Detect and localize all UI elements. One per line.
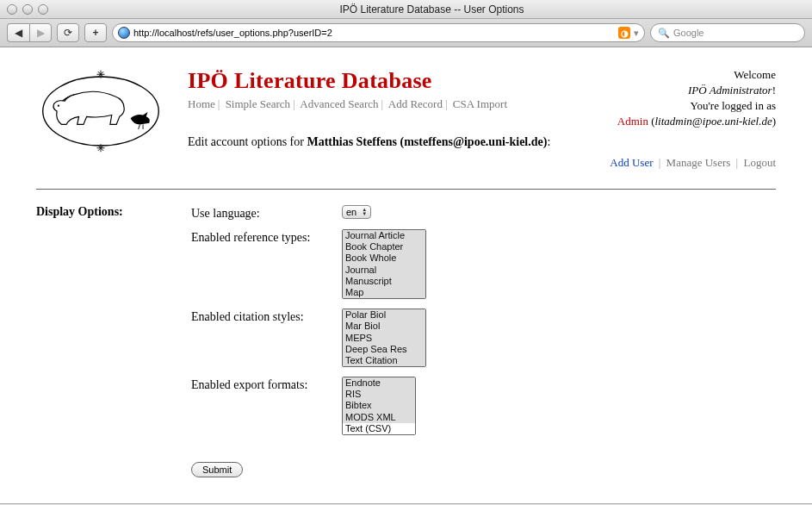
url-text: http://localhost/refs/user_options.php?u…	[133, 28, 615, 38]
browser-search-box[interactable]: 🔍 Google	[650, 23, 805, 42]
export-formats-listbox[interactable]: EndnoteRISBibtexMODS XMLText (CSV)	[342, 377, 416, 435]
zoom-window-button[interactable]	[38, 4, 48, 15]
list-item[interactable]: Book Chapter	[343, 241, 425, 253]
citation-styles-label: Enabled citation styles:	[191, 309, 342, 324]
list-item[interactable]: Journal	[343, 265, 425, 276]
list-item[interactable]: RIS	[343, 389, 415, 400]
url-bar[interactable]: http://localhost/refs/user_options.php?u…	[112, 23, 645, 42]
export-formats-label: Enabled export formats:	[191, 377, 342, 392]
svg-point-9	[58, 105, 59, 107]
forward-button[interactable]: ▶	[29, 23, 52, 42]
welcome-username: IPÖ Administrator	[688, 84, 772, 97]
minimize-window-button[interactable]	[22, 4, 33, 15]
add-user-link[interactable]: Add User	[610, 156, 653, 169]
logged-in-as-line: You're logged in as	[610, 99, 776, 113]
list-item[interactable]: Journal Article	[343, 230, 425, 241]
user-info-block: Welcome IPÖ Administrator! You're logged…	[610, 68, 776, 171]
list-item[interactable]: Mar Biol	[343, 321, 425, 332]
ref-types-label: Enabled reference types:	[191, 229, 342, 245]
site-logo	[36, 68, 165, 154]
list-item[interactable]: Manuscript	[343, 276, 425, 287]
language-select[interactable]: en ▲▼	[342, 205, 371, 219]
section-display-options: Display Options:	[36, 205, 191, 219]
search-placeholder: Google	[673, 28, 704, 38]
back-button[interactable]: ◀	[7, 23, 29, 42]
manage-users-link[interactable]: Manage Users	[666, 156, 731, 169]
list-item[interactable]: Endnote	[343, 377, 415, 389]
list-item[interactable]: Map	[343, 287, 425, 298]
site-icon	[118, 27, 130, 39]
list-item[interactable]: Polar Biol	[343, 309, 425, 321]
select-arrows-icon: ▲▼	[362, 208, 367, 216]
list-item[interactable]: MEPS	[343, 333, 425, 344]
window-title: IPÖ Literature Database -- User Options	[59, 3, 805, 16]
logout-link[interactable]: Logout	[743, 156, 776, 169]
ref-types-listbox[interactable]: Journal ArticleBook ChapterBook WholeJou…	[342, 229, 426, 299]
language-label: Use language:	[191, 205, 342, 221]
titlebar: IPÖ Literature Database -- User Options	[0, 0, 812, 19]
search-icon: 🔍	[658, 28, 670, 39]
add-bookmark-button[interactable]: +	[84, 23, 107, 42]
close-window-button[interactable]	[7, 4, 17, 15]
list-item[interactable]: Bibtex	[343, 400, 415, 411]
nav-home[interactable]: Home	[188, 97, 215, 110]
site-title: IPÖ Literature Database	[188, 68, 587, 94]
admin-link[interactable]: Admin	[617, 115, 648, 128]
nav-csa-import[interactable]: CSA Import	[453, 97, 507, 110]
reload-button[interactable]: ⟳	[57, 23, 79, 42]
browser-chrome: IPÖ Literature Database -- User Options …	[0, 0, 812, 47]
list-item[interactable]: MODS XML	[343, 412, 415, 423]
list-item[interactable]: Text (CSV)	[343, 423, 415, 434]
reader-toggle[interactable]: ▾	[634, 28, 639, 39]
page-body: IPÖ Literature Database Home| Simple Sea…	[0, 47, 812, 503]
list-item[interactable]: Text Citation	[343, 355, 425, 366]
edit-account-heading: Edit account options for Matthias Steffe…	[188, 135, 558, 149]
main-nav: Home| Simple Search| Advanced Search| Ad…	[188, 97, 587, 111]
list-item[interactable]: Deep Sea Res	[343, 344, 425, 355]
rss-icon[interactable]: ◑	[618, 27, 630, 39]
nav-add-record[interactable]: Add Record	[388, 97, 443, 110]
traffic-lights	[7, 4, 48, 15]
browser-toolbar: ◀ ▶ ⟳ + http://localhost/refs/user_optio…	[0, 19, 812, 47]
nav-advanced-search[interactable]: Advanced Search	[300, 97, 378, 110]
welcome-line: Welcome	[610, 68, 776, 82]
list-item[interactable]: Book Whole	[343, 253, 425, 264]
nav-simple-search[interactable]: Simple Search	[226, 97, 290, 110]
citation-styles-listbox[interactable]: Polar BiolMar BiolMEPSDeep Sea ResText C…	[342, 309, 426, 367]
header-divider	[36, 189, 776, 190]
svg-line-10	[139, 124, 140, 128]
admin-email: litadmin@ipoe.uni-kiel.de	[655, 115, 772, 128]
submit-button[interactable]: Submit	[191, 462, 243, 477]
